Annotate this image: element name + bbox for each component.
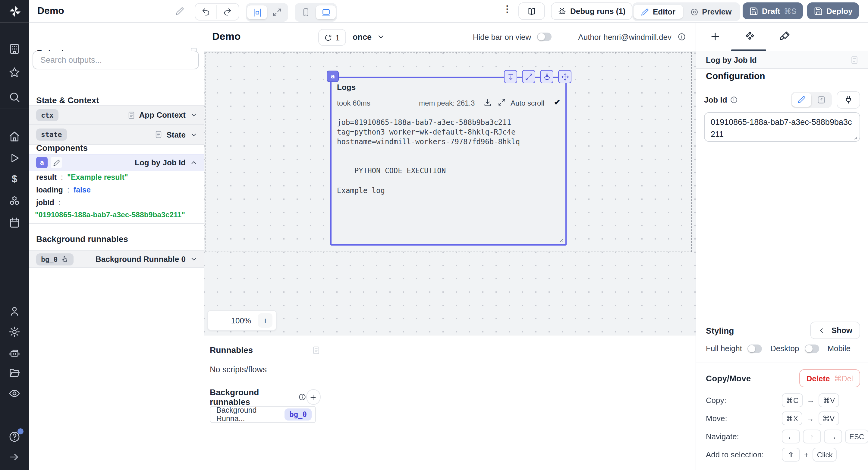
sidebar-item-workspace[interactable] [8, 43, 21, 55]
key-chip: ↑ [803, 430, 821, 443]
selected-component-badge[interactable]: a [327, 70, 339, 82]
fullscreen-layout-button[interactable] [267, 5, 287, 19]
eval-input-button[interactable] [811, 93, 831, 107]
component-row-a[interactable]: a Log by Job Id [29, 154, 204, 171]
zoom-in-button[interactable]: + [258, 313, 273, 328]
deploy-button[interactable]: Deploy [807, 2, 859, 19]
state-badge: state [36, 128, 67, 141]
fullscreen-component-button[interactable] [522, 70, 535, 83]
sidebar-item-variables[interactable]: $ [8, 173, 21, 185]
debug-runs-button[interactable]: Debug runs (1) [551, 2, 632, 20]
tab-editor[interactable]: Editor [633, 5, 683, 19]
mobile-view-button[interactable] [296, 5, 316, 19]
more-menu-button[interactable]: ⋮ [503, 4, 512, 14]
centered-layout-button[interactable] [247, 5, 267, 19]
key-chip: ⇧ [782, 448, 800, 462]
state-row[interactable]: state State [29, 125, 204, 145]
output-jobid-value[interactable]: "01910865-188a-bab7-a3ec-588b9ba3c211" [35, 211, 185, 219]
resize-handle[interactable] [852, 134, 858, 140]
redo-button[interactable] [217, 5, 238, 19]
sidebar-item-audit-logs[interactable] [8, 387, 21, 400]
info-icon[interactable] [299, 393, 306, 401]
key-separator: → [806, 396, 815, 405]
output-jobid[interactable]: jobId : [36, 199, 61, 207]
bug-icon [558, 7, 567, 16]
ctx-row[interactable]: ctx App Context [29, 105, 204, 125]
hide-bar-label: Hide bar on view [473, 32, 531, 41]
edit-title-pencil-icon[interactable] [176, 7, 184, 16]
took-label: took 60ms [337, 99, 370, 108]
anchor-component-button[interactable] [540, 70, 553, 83]
expand-down-button[interactable] [504, 70, 517, 83]
move-component-button[interactable] [558, 70, 571, 83]
chevron-down-icon[interactable] [190, 111, 198, 119]
delete-component-button[interactable]: Delete ⌘Del [799, 369, 860, 387]
desktop-view-button[interactable] [316, 5, 336, 19]
editor-label: Editor [653, 7, 675, 16]
save-icon [749, 6, 758, 16]
sidebar-item-resources[interactable] [8, 195, 21, 207]
show-styling-button[interactable]: Show [810, 322, 860, 339]
resize-handle[interactable] [558, 236, 564, 242]
logs-component[interactable]: Logs took 60ms mem peak: 261.3MB Auto sc… [330, 77, 567, 245]
outputs-panel: Outputs State & Context ctx App Context … [29, 22, 204, 470]
rename-component-pencil-icon[interactable] [51, 157, 62, 168]
runnables-panel: Runnables No scripts/flows Background ru… [204, 335, 695, 470]
help-button[interactable] [8, 431, 21, 443]
info-icon[interactable] [678, 33, 686, 41]
expand-sidebar-button[interactable] [8, 451, 21, 463]
sidebar-item-workers[interactable] [8, 347, 21, 359]
refresh-count: 1 [336, 33, 340, 42]
draft-button[interactable]: Draft ⌘S [743, 2, 803, 19]
add-background-runnable-button[interactable] [306, 389, 321, 405]
zoom-out-button[interactable]: − [212, 315, 224, 325]
static-input-button[interactable] [792, 93, 811, 107]
sidebar-item-settings[interactable] [8, 326, 21, 338]
chevron-down-icon[interactable] [190, 255, 198, 263]
show-label: Show [832, 326, 852, 335]
sidebar-item-home[interactable] [8, 130, 21, 142]
output-loading[interactable]: loading : false [36, 186, 91, 194]
windmill-logo-icon[interactable] [8, 5, 21, 17]
background-runnable-row[interactable]: bg_0 Background Runnable 0 [29, 251, 204, 268]
tab-preview[interactable]: Preview [683, 5, 739, 19]
app-canvas[interactable]: a Logs took 60ms mem peak: 261.3MB Auto … [204, 51, 695, 335]
tab-insert-component[interactable] [710, 31, 721, 43]
hand-pointer-icon [61, 255, 68, 263]
tab-component-settings[interactable] [744, 31, 756, 43]
tab-css-editor[interactable] [779, 31, 791, 43]
hide-bar-toggle[interactable] [537, 33, 552, 41]
sidebar-item-search[interactable] [8, 91, 21, 103]
debug-runs-label: Debug runs (1) [570, 7, 625, 16]
desktop-mobile-toggle[interactable] [804, 344, 819, 353]
delete-label: Delete [806, 374, 830, 383]
undo-button[interactable] [195, 5, 217, 19]
full-height-toggle[interactable] [747, 344, 762, 353]
refresh-button[interactable]: 1 [318, 29, 346, 46]
connect-input-button[interactable] [837, 91, 860, 108]
auto-scroll-checkbox[interactable]: ✔ [554, 98, 561, 107]
bg0-badge: bg_0 [284, 408, 312, 420]
sidebar-item-users[interactable] [8, 305, 21, 317]
download-logs-icon[interactable] [484, 98, 492, 107]
chevron-up-icon[interactable] [190, 159, 198, 167]
job-id-input[interactable]: 01910865-188a-bab7-a3ec-588b9ba3c211 [704, 112, 860, 142]
sidebar-item-favorites[interactable] [8, 66, 21, 79]
shortcut-row: Add to selection:⇧+Click [706, 448, 860, 461]
undo-redo-group [195, 3, 239, 21]
expand-logs-icon[interactable] [498, 98, 506, 106]
doc-icon[interactable] [850, 55, 859, 64]
sidebar-item-schedules[interactable] [8, 216, 21, 229]
state-context-title: State & Context [36, 95, 99, 105]
chevron-down-icon[interactable] [190, 130, 198, 139]
output-result[interactable]: result : "Example result" [36, 173, 128, 182]
doc-icon[interactable] [312, 345, 321, 354]
docs-button[interactable] [518, 2, 545, 20]
info-icon[interactable] [730, 96, 738, 104]
sidebar-item-folders[interactable] [8, 367, 21, 379]
search-outputs-input[interactable] [33, 51, 199, 69]
sidebar-item-runs[interactable] [8, 152, 21, 164]
background-runnable-item[interactable]: Background Runna... bg_0 [210, 406, 316, 423]
notification-dot [18, 429, 24, 434]
refresh-mode-dropdown[interactable]: once [352, 29, 385, 45]
